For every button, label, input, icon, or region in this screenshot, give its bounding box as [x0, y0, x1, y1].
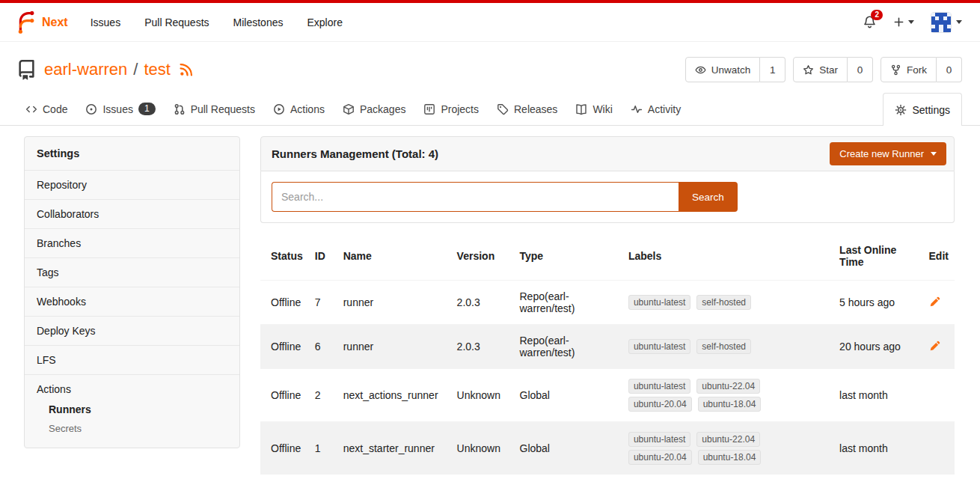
runner-id: 2: [309, 369, 337, 422]
nav-item-explore[interactable]: Explore: [307, 16, 342, 28]
search-input[interactable]: [272, 182, 679, 212]
runner-row: Offline1next_starter_runnerUnknownGlobal…: [260, 422, 955, 475]
unwatch-label: Unwatch: [711, 64, 751, 76]
tab-projects[interactable]: Projects: [414, 93, 488, 125]
sidebar-menu: RepositoryCollaboratorsBranchesTagsWebho…: [25, 170, 239, 448]
create-runner-button[interactable]: Create new Runner: [830, 142, 946, 165]
runner-row: Offline6runner2.0.3Repo(earl-warren/test…: [260, 325, 955, 369]
rss-icon[interactable]: [180, 63, 193, 76]
runner-labels: ubuntu-latestself-hosted: [628, 339, 782, 354]
runner-label-badge: self-hosted: [696, 295, 751, 310]
star-label: Star: [819, 64, 838, 76]
tab-releases[interactable]: Releases: [488, 93, 566, 125]
tab-packages[interactable]: Packages: [334, 93, 414, 125]
fork-button[interactable]: Fork: [881, 57, 937, 82]
project-board-icon: [423, 103, 435, 115]
star-icon: [803, 64, 814, 76]
search-button[interactable]: Search: [679, 182, 738, 212]
sidebar-item-label: Actions: [37, 383, 71, 395]
tab-pull-requests[interactable]: Pull Requests: [165, 93, 264, 125]
runner-label-badge: ubuntu-20.04: [628, 450, 692, 465]
tab-activity[interactable]: Activity: [622, 93, 690, 125]
unwatch-button[interactable]: Unwatch: [685, 57, 761, 82]
repo-owner-link[interactable]: earl-warren: [44, 60, 127, 79]
plus-icon: [893, 16, 904, 28]
fork-button-group: Fork 0: [881, 57, 962, 82]
pencil-icon: [929, 296, 941, 308]
sidebar-title: Settings: [25, 137, 239, 170]
sidebar-item-repository[interactable]: Repository: [25, 170, 239, 199]
runner-label-badge: ubuntu-latest: [628, 432, 690, 447]
tab-label: Activity: [648, 103, 681, 115]
sidebar-item-label: Collaborators: [37, 208, 99, 220]
tab-label: Actions: [290, 103, 325, 115]
runner-last-online: 5 hours ago: [833, 281, 922, 325]
stars-count[interactable]: 0: [848, 57, 873, 82]
nav-item-milestones[interactable]: Milestones: [233, 16, 284, 28]
runner-name: next_starter_runner: [337, 422, 451, 475]
runner-labels-cell: ubuntu-latestself-hosted: [622, 281, 833, 325]
runner-edit-cell: [923, 422, 955, 475]
sidebar-subitem-runners[interactable]: Runners: [49, 400, 227, 419]
sidebar-item-actions[interactable]: ActionsRunnersSecrets: [25, 374, 239, 448]
tab-label: Code: [43, 103, 67, 115]
chevron-down-icon: [931, 152, 937, 156]
repo-name-link[interactable]: test: [144, 60, 170, 79]
tab-label: Issues: [102, 103, 132, 115]
runner-labels: ubuntu-latestubuntu-22.04ubuntu-20.04ubu…: [628, 379, 782, 412]
page-title: Runners Management (Total: 4): [272, 147, 438, 160]
runner-label-badge: ubuntu-22.04: [696, 432, 760, 447]
create-new-dropdown[interactable]: [893, 16, 914, 28]
runner-name: next_actions_runner: [337, 369, 451, 422]
sidebar-item-collaborators[interactable]: Collaborators: [25, 199, 239, 228]
tab-wiki[interactable]: Wiki: [566, 93, 621, 125]
runners-search-bar: Search: [260, 171, 955, 223]
sidebar-item-label: Branches: [37, 237, 81, 249]
eye-icon: [695, 64, 706, 76]
forks-count[interactable]: 0: [937, 57, 962, 82]
chevron-down-icon: [908, 20, 914, 24]
runner-type: Repo(earl-warren/test): [514, 281, 622, 325]
tab-actions[interactable]: Actions: [264, 93, 334, 125]
sidebar-item-label: Webhooks: [37, 296, 86, 308]
tab-label: Wiki: [592, 103, 612, 115]
sidebar-subitem-secrets[interactable]: Secrets: [49, 419, 227, 438]
nav-item-pull-requests[interactable]: Pull Requests: [144, 16, 209, 28]
home-link[interactable]: Next: [13, 11, 68, 34]
runners-table-head-row: StatusIDNameVersionTypeLabelsLast Online…: [260, 232, 955, 281]
edit-runner-button[interactable]: [929, 296, 941, 308]
tab-label: Releases: [514, 103, 557, 115]
nav-item-issues[interactable]: Issues: [91, 16, 120, 28]
sidebar-item-lfs[interactable]: LFS: [25, 345, 239, 374]
star-button[interactable]: Star: [793, 57, 848, 82]
tab-code[interactable]: Code: [16, 93, 76, 125]
sidebar-item-deploy-keys[interactable]: Deploy Keys: [25, 316, 239, 345]
runner-status: Offline: [260, 369, 309, 422]
avatar: [931, 12, 952, 33]
tab-issues[interactable]: Issues 1: [76, 93, 164, 125]
sidebar-item-branches[interactable]: Branches: [25, 228, 239, 257]
runner-id: 1: [309, 422, 337, 475]
user-menu[interactable]: [931, 12, 962, 33]
runner-name: runner: [337, 325, 451, 369]
runner-labels-cell: ubuntu-latestubuntu-22.04ubuntu-20.04ubu…: [622, 369, 833, 422]
fork-icon: [890, 64, 901, 76]
repo-title: earl-warren / test: [44, 60, 193, 79]
edit-runner-button[interactable]: [929, 340, 941, 352]
runner-status: Offline: [260, 281, 309, 325]
watchers-count[interactable]: 1: [760, 57, 785, 82]
runner-id: 7: [309, 281, 337, 325]
sidebar-item-webhooks[interactable]: Webhooks: [25, 287, 239, 316]
sidebar-item-tags[interactable]: Tags: [25, 257, 239, 287]
runners-table: StatusIDNameVersionTypeLabelsLast Online…: [260, 232, 955, 475]
runner-row: Offline2next_actions_runnerUnknownGlobal…: [260, 369, 955, 422]
column-header-last-online-time: Last Online Time: [833, 232, 922, 281]
runner-version: Unknown: [451, 422, 514, 475]
tab-settings[interactable]: Settings: [883, 93, 962, 126]
runner-type: Global: [514, 369, 622, 422]
runner-version: Unknown: [451, 369, 514, 422]
runners-table-body: Offline7runner2.0.3Repo(earl-warren/test…: [260, 281, 955, 475]
repo-actions: Unwatch 1 Star 0: [685, 57, 962, 82]
sidebar-item-label: LFS: [37, 354, 56, 366]
notifications-button[interactable]: 2: [863, 15, 877, 29]
